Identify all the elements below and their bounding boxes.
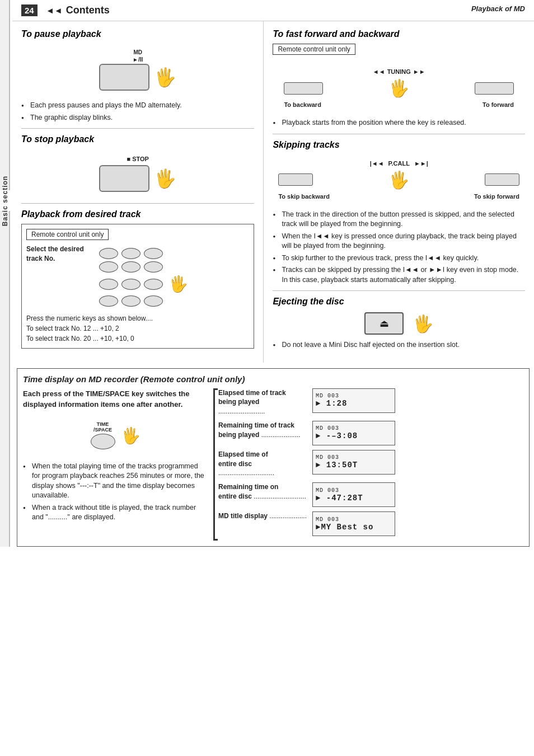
stop-label: ■ STOP — [127, 156, 148, 162]
skip-bullet-3: To skip further to the previous track, p… — [273, 253, 525, 264]
key-7 — [99, 279, 118, 290]
pause-bullet-1: Each press pauses and plays the MD alter… — [21, 101, 254, 111]
backward-label: To backward — [284, 101, 321, 108]
display-row-0: Elapsed time of trackbeing played ......… — [218, 388, 523, 416]
stop-section: To stop playback ■ STOP 🖐 — [21, 134, 254, 198]
hand-icon-ts: 🖐 — [121, 426, 140, 445]
key-hash — [144, 295, 163, 307]
key-desc: Each press of the TIME/SPACE key switche… — [23, 388, 208, 410]
md-display-3: MD 003 ► -47:28T — [312, 482, 395, 507]
tuning-label-row: To backward To forward — [284, 101, 514, 108]
hand-icon-ff: 🖐 — [388, 78, 409, 98]
backward-arrows: ◄◄ — [373, 68, 385, 75]
eject-diagram: ⏏ 🖐 — [273, 312, 525, 335]
keypad-row-2 — [99, 261, 188, 273]
skip-rect-right — [485, 173, 519, 186]
bottom-section: Time display on MD recorder (Remote cont… — [17, 368, 530, 547]
skip-bullet-1: The track in the direction of the button… — [273, 210, 525, 229]
main-content: To pause playback MD ►/II 🖐 Each press p… — [12, 21, 534, 363]
press-info: Press the numeric keys as shown below...… — [26, 313, 249, 344]
header-title[interactable]: Contents — [66, 4, 110, 16]
pause-title: To pause playback — [21, 29, 254, 39]
bottom-title: Time display on MD recorder (Remote cont… — [23, 374, 523, 384]
key-8 — [121, 279, 140, 290]
time-space-diagram: TIME /SPACE 🖐 — [23, 418, 208, 454]
display-row-2: Elapsed time ofentire disc .............… — [218, 450, 523, 478]
key-3 — [144, 248, 163, 259]
left-column: To pause playback MD ►/II 🖐 Each press p… — [12, 21, 264, 363]
ejecting-section: Ejecting the disc ⏏ 🖐 Do not leave a Min… — [273, 297, 525, 350]
ejecting-title: Ejecting the disc — [273, 297, 525, 307]
ts-label: TIME /SPACE — [91, 421, 115, 433]
ff-bullet-1: Playback starts from the position where … — [273, 118, 525, 128]
eject-bullet-1: Do not leave a Mini Disc half ejected on… — [273, 340, 525, 350]
tuning-rect-left — [284, 82, 323, 95]
bottom-left: Each press of the TIME/SPACE key switche… — [23, 388, 213, 541]
skip-forward-label: To skip forward — [474, 193, 519, 200]
key-6 — [144, 261, 163, 273]
page-number: 24 — [21, 4, 38, 16]
md-display-4: MD 003 ►MY Best so — [312, 511, 395, 536]
fast-forward-section: To fast forward and backward Remote cont… — [273, 29, 525, 128]
rc-badge-ff: Remote control unit only — [273, 44, 355, 55]
bracket-container: Elapsed time of trackbeing played ......… — [213, 388, 523, 541]
time-space-btn: TIME /SPACE — [91, 421, 115, 450]
fast-forward-title: To fast forward and backward — [273, 29, 525, 39]
forward-label: To forward — [483, 101, 514, 108]
header: 24 ◄◄ Contents Playback of MD — [12, 0, 534, 21]
playback-desired-section: Playback from desired track Remote contr… — [21, 209, 254, 349]
display-row-3: Remaining time onentire disc ...........… — [218, 482, 523, 507]
md-label: MD — [21, 49, 254, 55]
skip-back-arrow: |◄◄ — [370, 160, 384, 167]
keypad-row-1 — [99, 248, 188, 259]
skip-bullet-2: When the I◄◄ key is pressed once during … — [273, 232, 525, 251]
display-label-4: MD title display .................... — [218, 511, 308, 521]
display-line1-2: MD 003 — [316, 454, 392, 461]
key-4 — [99, 261, 118, 273]
hand-icon-skip: 🖐 — [388, 170, 409, 190]
key-0 — [121, 295, 140, 307]
display-label-0: Elapsed time of trackbeing played ......… — [218, 388, 308, 416]
key-1 — [99, 248, 118, 259]
skip-diagram: 🖐 — [278, 170, 519, 190]
left-accent — [0, 0, 10, 547]
key-5 — [121, 261, 140, 273]
skip-fwd-arrow: ►►| — [414, 160, 428, 167]
pcall-label: P.CALL — [388, 160, 410, 167]
display-rows: Elapsed time of trackbeing played ......… — [218, 388, 523, 541]
stop-title: To stop playback — [21, 134, 254, 144]
tuning-row: 🖐 — [284, 78, 514, 98]
tuning-rect-right — [475, 82, 514, 95]
md-display-2: MD 003 ► 13:50T — [312, 450, 395, 475]
pfd-inner: Select the desired track No. — [26, 245, 249, 310]
skip-fwd-col — [485, 173, 519, 186]
display-line2-4: ►MY Best so — [316, 523, 392, 532]
display-line1-4: MD 003 — [316, 516, 392, 523]
bottom-bullet-2: When a track without title is played, th… — [23, 503, 208, 523]
pcall-arrows: |◄◄ P.CALL ►►| — [273, 160, 525, 167]
keypad-row-4 — [99, 295, 188, 307]
key-2 — [121, 248, 140, 259]
bottom-inner: Each press of the TIME/SPACE key switche… — [23, 388, 523, 541]
right-column: To fast forward and backward Remote cont… — [264, 21, 534, 363]
ts-oval — [91, 434, 115, 449]
display-line2-0: ► 1:28 — [316, 399, 392, 408]
pause-bullet-2: The graphic display blinks. — [21, 113, 254, 123]
display-line1-1: MD 003 — [316, 425, 392, 431]
select-label: Select the desired track No. — [26, 245, 93, 264]
pause-diagram: MD ►/II 🖐 — [21, 44, 254, 96]
display-label-1: Remaining time of trackbeing played ....… — [218, 421, 308, 440]
back-arrow[interactable]: ◄◄ — [46, 6, 63, 15]
md-display-1: MD 003 ► -–3:08 — [312, 421, 395, 445]
skip-backward-label: To skip backward — [278, 193, 330, 200]
display-label-2: Elapsed time ofentire disc .............… — [218, 450, 308, 478]
tuning-text: TUNING — [387, 68, 411, 75]
key-9 — [144, 279, 163, 290]
skipping-title: Skipping tracks — [273, 140, 525, 150]
bottom-bullets: When the total playing time of the track… — [23, 462, 208, 523]
display-line2-3: ► -47:28T — [316, 494, 392, 503]
bottom-bullet-1: When the total playing time of the track… — [23, 462, 208, 501]
pause-bullets: Each press pauses and plays the MD alter… — [21, 101, 254, 123]
backward-btn — [284, 82, 323, 95]
ff-diagram: ◄◄ TUNING ►► 🖐 To backwar — [273, 63, 525, 114]
